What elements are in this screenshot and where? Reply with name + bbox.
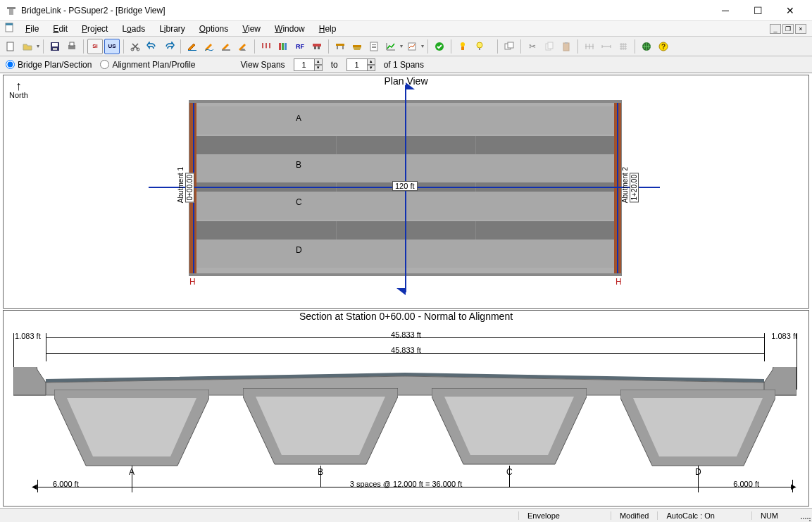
title-bar: BridgeLink - PGSuper2 - [Bridge View] ─ … bbox=[0, 0, 812, 21]
svg-rect-20 bbox=[336, 44, 344, 46]
edit-bridge-button[interactable] bbox=[185, 39, 200, 54]
paste-clipboard-button[interactable] bbox=[558, 39, 574, 54]
svg-rect-15 bbox=[282, 43, 284, 50]
doc-icon bbox=[4, 22, 15, 35]
rf-button[interactable]: RF bbox=[292, 39, 308, 54]
section-view-pane[interactable]: Section at Station 0+60.00 - Normal to A… bbox=[3, 310, 809, 507]
library-button[interactable] bbox=[275, 39, 291, 54]
plan-girder-label-d: D bbox=[296, 245, 302, 255]
menu-help[interactable]: Help bbox=[312, 23, 344, 35]
svg-rect-35 bbox=[508, 42, 513, 48]
span-count-label: of 1 Spans bbox=[384, 60, 424, 70]
svg-rect-3 bbox=[6, 23, 13, 25]
span-from-input[interactable] bbox=[294, 58, 315, 71]
section-girder-label-a: A bbox=[129, 467, 135, 477]
radio-alignment-profile[interactable]: Alignment Plan/Profile bbox=[100, 60, 195, 70]
span-to-stepper[interactable]: ▲▼ bbox=[367, 58, 375, 71]
loads-button[interactable] bbox=[258, 39, 274, 54]
svg-rect-0 bbox=[7, 7, 15, 9]
event-button[interactable] bbox=[455, 39, 470, 54]
close-button[interactable]: ✕ bbox=[774, 0, 806, 21]
web-button[interactable] bbox=[639, 39, 654, 54]
girder-view-button[interactable] bbox=[349, 39, 365, 54]
edit-alignment-button[interactable] bbox=[201, 39, 217, 54]
maximize-button[interactable]: ☐ bbox=[742, 0, 774, 21]
section-girder-label-c: C bbox=[506, 467, 513, 477]
dims-button[interactable] bbox=[599, 39, 614, 54]
svg-marker-47 bbox=[13, 367, 46, 395]
svg-rect-33 bbox=[479, 48, 480, 50]
undo-button[interactable] bbox=[144, 39, 160, 54]
abutment-2-label: Abutment 2 bbox=[621, 167, 629, 203]
menu-edit[interactable]: Edit bbox=[46, 23, 75, 35]
abutment-1-station: 0+00.00 bbox=[185, 173, 194, 202]
span-to-input[interactable] bbox=[346, 58, 368, 71]
view-options-bar: Bridge Plan/Section Alignment Plan/Profi… bbox=[0, 56, 812, 73]
menu-view[interactable]: View bbox=[235, 23, 268, 35]
hauling-button[interactable] bbox=[309, 39, 325, 54]
cut-button[interactable] bbox=[127, 39, 143, 54]
svg-rect-6 bbox=[52, 43, 58, 46]
print-button[interactable] bbox=[64, 39, 80, 54]
view-spans-label: View Spans bbox=[240, 60, 285, 70]
menu-library[interactable]: Library bbox=[152, 23, 192, 35]
grid-button[interactable] bbox=[616, 39, 631, 54]
section-girder-c bbox=[432, 388, 587, 473]
resize-grip[interactable] bbox=[801, 511, 811, 521]
copy-clipboard-button[interactable] bbox=[542, 39, 557, 54]
save-button[interactable] bbox=[47, 39, 63, 54]
new-button[interactable] bbox=[3, 39, 18, 54]
report-view-button[interactable] bbox=[366, 39, 382, 54]
mdi-minimize-button[interactable]: _ bbox=[770, 24, 781, 34]
us-units-button[interactable]: US bbox=[104, 39, 120, 54]
svg-rect-26 bbox=[372, 46, 376, 46]
analysis-results-button[interactable] bbox=[404, 39, 420, 54]
spacing-button[interactable] bbox=[582, 39, 597, 54]
svg-rect-22 bbox=[342, 46, 344, 49]
svg-rect-38 bbox=[563, 43, 569, 51]
svg-rect-17 bbox=[313, 44, 321, 46]
open-button[interactable] bbox=[20, 39, 35, 54]
plan-girder-label-a: A bbox=[296, 113, 301, 123]
abutment-1-label: Abutment 1 bbox=[177, 167, 185, 203]
plan-length-label: 120 ft bbox=[392, 181, 418, 191]
edit-girder-button[interactable] bbox=[218, 39, 234, 54]
h-mark-left: H bbox=[189, 277, 196, 287]
bottom-width-dim: 45.833 ft bbox=[4, 346, 808, 354]
section-girder-label-d: D bbox=[695, 467, 701, 477]
svg-rect-1 bbox=[9, 9, 13, 15]
svg-rect-37 bbox=[548, 42, 553, 49]
svg-rect-21 bbox=[337, 46, 338, 49]
plan-girder-label-c: C bbox=[296, 197, 302, 207]
svg-rect-27 bbox=[372, 47, 376, 48]
menu-window[interactable]: Window bbox=[268, 23, 312, 35]
svg-rect-12 bbox=[188, 50, 196, 51]
help-button[interactable]: ? bbox=[656, 39, 671, 54]
minimize-button[interactable]: ─ bbox=[709, 0, 742, 21]
svg-rect-19 bbox=[318, 46, 320, 49]
bridge-view-button[interactable] bbox=[332, 39, 348, 54]
svg-text:?: ? bbox=[661, 43, 666, 51]
right-offset-dim: 6.000 ft bbox=[733, 480, 759, 488]
menu-options[interactable]: Options bbox=[192, 23, 235, 35]
mdi-close-button[interactable]: × bbox=[795, 24, 806, 34]
edit-section-button[interactable] bbox=[235, 39, 251, 54]
hint-button[interactable] bbox=[472, 39, 487, 54]
menu-project[interactable]: Project bbox=[75, 23, 115, 35]
svg-rect-14 bbox=[279, 43, 281, 50]
plan-view-pane[interactable]: Plan View ↑ North A B C D bbox=[3, 75, 809, 309]
status-ok-button[interactable] bbox=[432, 39, 447, 54]
app-icon bbox=[6, 5, 17, 16]
redo-button[interactable] bbox=[161, 39, 177, 54]
section-girder-b bbox=[243, 388, 398, 473]
menu-file[interactable]: File bbox=[18, 23, 46, 35]
graph-view-button[interactable] bbox=[383, 39, 399, 54]
radio-plan-section[interactable]: Bridge Plan/Section bbox=[6, 60, 92, 70]
copy-section-button[interactable] bbox=[501, 39, 517, 54]
span-from-stepper[interactable]: ▲▼ bbox=[314, 58, 323, 71]
si-units-button[interactable]: SI bbox=[87, 39, 103, 54]
mdi-restore-button[interactable]: ❐ bbox=[782, 24, 794, 34]
window-title: BridgeLink - PGSuper2 - [Bridge View] bbox=[21, 6, 709, 15]
menu-loads[interactable]: Loads bbox=[115, 23, 152, 35]
cut-clipboard-button[interactable]: ✂ bbox=[525, 39, 540, 54]
